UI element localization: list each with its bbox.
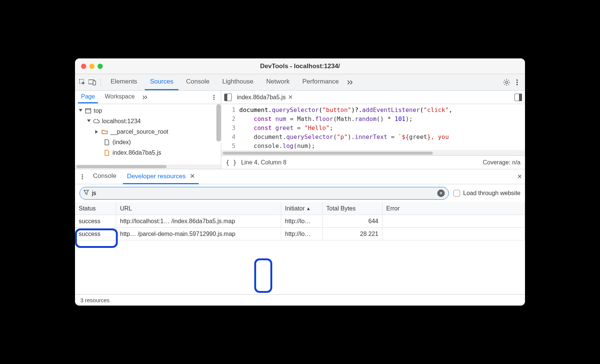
cell-url: http://localhost:1… /index.86da7ba5.js.m… — [116, 215, 281, 227]
svg-point-5 — [516, 82, 518, 83]
tab-lighthouse[interactable]: Lighthouse — [217, 74, 259, 90]
tab-network[interactable]: Network — [261, 74, 295, 90]
folder-icon — [101, 128, 108, 135]
svg-point-4 — [516, 79, 518, 81]
filter-icon — [84, 190, 89, 197]
editor-status-bar: { } Line 4, Column 8 Coverage: n/a — [221, 155, 525, 169]
sources-content: Page Workspace top l — [75, 91, 525, 169]
drawer: Console Developer resources ✕ ✕ ✕ Load t… — [75, 169, 525, 306]
column-header-status[interactable]: Status — [75, 202, 116, 215]
svg-point-8 — [213, 97, 214, 98]
disclosure-triangle-icon[interactable] — [79, 109, 82, 113]
svg-point-9 — [213, 98, 214, 100]
traffic-lights — [75, 64, 103, 69]
close-drawer-icon[interactable]: ✕ — [517, 173, 522, 180]
devtools-window: DevTools - localhost:1234/ Elements Sour… — [75, 58, 525, 306]
drawer-tab-console[interactable]: Console — [89, 169, 120, 184]
cell-initiator: http://lo… — [281, 215, 322, 227]
toggle-right-panel-icon[interactable] — [514, 94, 522, 101]
table-row[interactable]: success http… /parcel-demo-main.59712990… — [75, 228, 525, 240]
table-row[interactable]: success http://localhost:1… /index.86da7… — [75, 215, 525, 228]
sort-ascending-icon: ▲ — [306, 206, 310, 211]
tree-label: __parcel_source_root — [110, 128, 168, 135]
tree-node-folder[interactable]: __parcel_source_root — [75, 127, 221, 137]
frame-icon — [85, 107, 92, 114]
zoom-window-button[interactable] — [98, 64, 103, 69]
tab-elements[interactable]: Elements — [105, 74, 142, 90]
close-tab-icon[interactable]: ✕ — [288, 94, 293, 101]
pretty-print-icon[interactable]: { } — [226, 159, 237, 166]
svg-point-7 — [213, 95, 214, 96]
filter-input[interactable] — [92, 190, 434, 197]
kebab-menu-icon[interactable] — [513, 78, 521, 87]
code-lines[interactable]: document.querySelector("button")?.addEve… — [239, 104, 525, 150]
device-toolbar-icon[interactable] — [88, 79, 96, 86]
navigator-sidebar: Page Workspace top l — [75, 91, 221, 169]
more-tabs-icon[interactable] — [346, 78, 355, 87]
tree-label: top — [94, 107, 102, 114]
sidebar-vertical-scrollbar[interactable] — [216, 104, 221, 142]
coverage-status: Coverage: n/a — [483, 159, 520, 166]
editor-tab-bar: index.86da7ba5.js ✕ — [221, 91, 525, 104]
load-through-website-checkbox[interactable]: Load through website — [453, 190, 520, 197]
svg-point-14 — [81, 178, 82, 179]
cell-status: success — [75, 228, 116, 240]
tab-sources[interactable]: Sources — [145, 74, 178, 90]
resources-table: Status URL Initiator▲ Total Bytes Error … — [75, 202, 525, 294]
checkbox-icon[interactable] — [453, 190, 460, 197]
svg-rect-2 — [93, 81, 96, 85]
code-view[interactable]: 12345 document.querySelector("button")?.… — [221, 104, 525, 150]
tab-separator — [100, 78, 101, 87]
navigator-tabs: Page Workspace — [75, 91, 221, 104]
filter-box[interactable]: ✕ — [80, 187, 449, 200]
document-icon — [104, 139, 110, 146]
column-header-url[interactable]: URL — [116, 202, 281, 215]
navigator-kebab-icon[interactable] — [210, 93, 218, 101]
script-file-icon — [104, 149, 110, 156]
navigator-tab-page[interactable]: Page — [78, 91, 98, 103]
file-tree[interactable]: top localhost:1234 __parcel_source_root … — [75, 104, 221, 164]
tab-performance[interactable]: Performance — [297, 74, 344, 90]
tree-node-index[interactable]: (index) — [75, 137, 221, 148]
disclosure-triangle-icon[interactable] — [95, 130, 99, 134]
tree-node-script[interactable]: index.86da7ba5.js — [75, 148, 221, 158]
drawer-tab-bar: Console Developer resources ✕ ✕ — [75, 169, 525, 184]
clear-filter-icon[interactable]: ✕ — [437, 189, 445, 197]
cloud-icon — [93, 118, 100, 125]
sidebar-horizontal-scrollbar[interactable] — [75, 164, 221, 169]
svg-point-3 — [506, 81, 508, 84]
tree-node-host[interactable]: localhost:1234 — [75, 116, 221, 127]
minimize-window-button[interactable] — [89, 64, 94, 69]
drawer-tab-developer-resources[interactable]: Developer resources ✕ — [123, 169, 199, 184]
navigator-more-tabs-icon[interactable] — [141, 93, 150, 101]
window-title: DevTools - localhost:1234/ — [75, 63, 525, 70]
close-window-button[interactable] — [81, 64, 86, 69]
disclosure-triangle-icon[interactable] — [87, 119, 91, 123]
cell-initiator: http://lo… — [281, 228, 322, 240]
column-header-total-bytes[interactable]: Total Bytes — [322, 202, 382, 215]
close-drawer-tab-icon[interactable]: ✕ — [190, 173, 195, 180]
line-gutter: 12345 — [221, 104, 239, 150]
svg-point-12 — [81, 174, 82, 175]
svg-rect-10 — [86, 109, 91, 113]
svg-point-13 — [81, 176, 82, 177]
filter-row: ✕ Load through website — [75, 184, 525, 202]
svg-point-6 — [516, 84, 518, 85]
editor-horizontal-scrollbar[interactable] — [221, 150, 525, 155]
toggle-left-panel-icon[interactable] — [224, 94, 232, 101]
drawer-kebab-icon[interactable] — [78, 173, 86, 181]
tree-node-top[interactable]: top — [75, 106, 221, 116]
cell-error — [382, 228, 525, 240]
tab-console[interactable]: Console — [181, 74, 214, 90]
inspect-element-icon[interactable] — [79, 79, 86, 86]
checkbox-label: Load through website — [463, 190, 520, 197]
column-header-error[interactable]: Error — [382, 202, 525, 215]
code-editor: index.86da7ba5.js ✕ 12345 document.query… — [221, 91, 525, 169]
settings-gear-icon[interactable] — [502, 78, 511, 87]
editor-tab[interactable]: index.86da7ba5.js ✕ — [235, 92, 295, 102]
main-tab-bar: Elements Sources Console Lighthouse Netw… — [75, 74, 525, 91]
table-body[interactable]: success http://localhost:1… /index.86da7… — [75, 215, 525, 294]
cursor-position: Line 4, Column 8 — [241, 159, 286, 166]
column-header-initiator[interactable]: Initiator▲ — [281, 202, 322, 215]
navigator-tab-workspace[interactable]: Workspace — [102, 91, 138, 103]
